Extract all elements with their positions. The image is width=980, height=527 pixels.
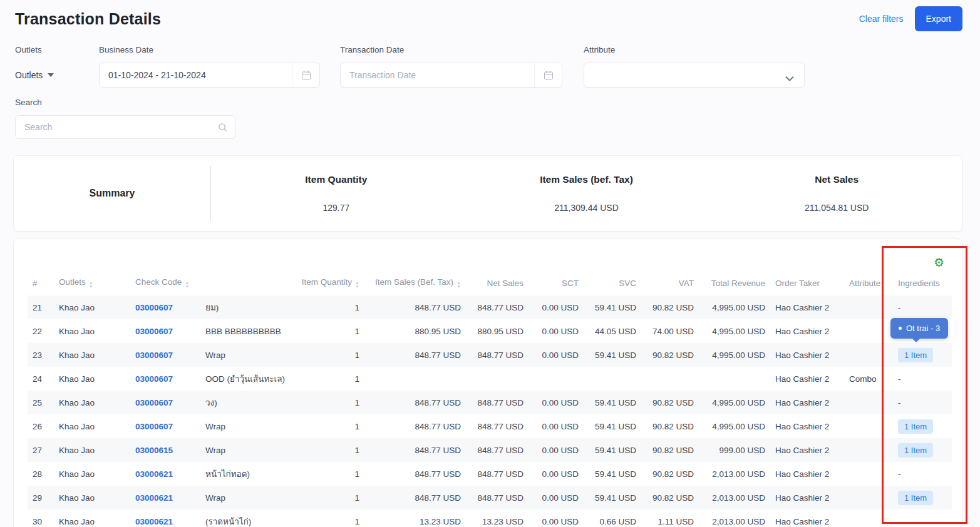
business-date-input[interactable] <box>100 70 292 80</box>
column-header-qty[interactable]: Item Quantity▲▼ <box>294 270 364 295</box>
check-code-link[interactable]: 03000607 <box>135 398 173 407</box>
export-button[interactable]: Export <box>915 6 962 31</box>
sort-arrows-icon[interactable]: ▲▼ <box>456 281 461 289</box>
cell-attribute <box>844 391 893 414</box>
transaction-date-input[interactable] <box>341 70 534 80</box>
gear-icon[interactable]: ⚙ <box>934 257 944 269</box>
business-date-input-box <box>99 63 320 88</box>
tooltip-arrow <box>912 338 921 342</box>
cell-outlet: Khao Jao <box>54 367 130 391</box>
cell-item_sales: 848.77 USD <box>364 414 466 438</box>
check-code-link[interactable]: 03000607 <box>135 350 173 360</box>
cell-sct: 0.00 USD <box>529 391 584 414</box>
cell-svc: 59.41 USD <box>584 343 641 367</box>
metric-label: Net Sales <box>815 174 859 185</box>
cell-svc: 59.41 USD <box>584 438 641 462</box>
sort-arrows-icon[interactable]: ▲▼ <box>89 281 93 289</box>
attribute-select[interactable] <box>584 63 805 88</box>
column-header-item_sales[interactable]: Item Sales (Bef. Tax)▲▼ <box>364 270 466 295</box>
cell-total_revenue: 4,995.00 USD <box>699 343 770 367</box>
cell-vat: 1.11 USD <box>641 509 699 527</box>
cell-item: OOD (ยำวุ้นเส้นทะเล) <box>200 367 294 391</box>
cell-outlet: Khao Jao <box>54 462 130 486</box>
cell-outlet: Khao Jao <box>54 486 130 509</box>
cell-vat: 90.82 USD <box>641 414 699 438</box>
check-code-link[interactable]: 03000621 <box>135 493 173 503</box>
cell-order_taker: Hao Cashier 2 <box>770 343 844 367</box>
transaction-date-label: Transaction Date <box>340 45 562 54</box>
check-code-link[interactable]: 03000621 <box>135 517 173 526</box>
cell-svc: 44.05 USD <box>584 319 641 343</box>
cell-ingredients: 1 Item <box>893 486 952 509</box>
table-row: 27Khao Jao03000615Wrap1848.77 USD848.77 … <box>28 438 952 462</box>
search-input[interactable] <box>16 122 210 132</box>
metric-label: Item Quantity <box>305 174 367 185</box>
cell-item_sales: 848.77 USD <box>364 295 466 319</box>
cell-qty: 1 <box>294 462 364 486</box>
cell-qty: 1 <box>294 438 364 462</box>
ingredients-item-badge[interactable]: 1 Item <box>898 419 933 434</box>
check-code-link[interactable]: 03000621 <box>135 469 173 479</box>
cell-item: BBB BBBBBBBBBB <box>200 319 294 343</box>
cell-check_code: 03000615 <box>130 438 200 462</box>
cell-net_sales: 13.23 USD <box>466 509 529 527</box>
cell-item: วง) <box>200 391 294 414</box>
column-header-label: Order Taker <box>775 279 820 288</box>
search-label: Search <box>15 98 965 107</box>
cell-outlet: Khao Jao <box>54 438 130 462</box>
cell-ingredients: - <box>893 295 952 319</box>
clear-filters-link[interactable]: Clear filters <box>859 14 904 24</box>
cell-svc: 59.41 USD <box>584 462 641 486</box>
calendar-icon[interactable] <box>534 63 562 87</box>
cell-qty: 1 <box>294 367 364 391</box>
ingredients-item-badge[interactable]: 1 Item <box>898 348 933 362</box>
cell-order_taker: Hao Cashier 2 <box>770 438 844 462</box>
metric-label: Item Sales (bef. Tax) <box>540 174 633 185</box>
cell-svc: 59.41 USD <box>584 414 641 438</box>
cell-attribute <box>844 486 893 509</box>
caret-down-icon <box>48 73 54 77</box>
check-code-link[interactable]: 03000607 <box>135 422 173 431</box>
check-code-link[interactable]: 03000607 <box>135 374 173 384</box>
chevron-down-icon <box>785 73 794 84</box>
table-body: 21Khao Jao03000607ยม)1848.77 USD848.77 U… <box>28 295 952 527</box>
cell-outlet: Khao Jao <box>54 509 130 527</box>
cell-item: ยม) <box>200 295 294 319</box>
check-code-link[interactable]: 03000615 <box>135 446 173 455</box>
cell-item_sales: 848.77 USD <box>364 343 466 367</box>
cell-qty: 1 <box>294 319 364 343</box>
metric-net-sales: Net Sales 211,054.81 USD <box>711 174 962 213</box>
table-row: 26Khao Jao03000607Wrap1848.77 USD848.77 … <box>28 414 952 438</box>
column-header-label: SCT <box>562 279 579 288</box>
column-header-label: VAT <box>679 279 694 288</box>
check-code-link[interactable]: 03000607 <box>135 303 173 312</box>
column-header-check_code[interactable]: Check Code▲▼ <box>130 270 200 295</box>
sort-arrows-icon[interactable]: ▲▼ <box>355 281 359 289</box>
cell-sct <box>529 367 584 391</box>
metric-value: 211,309.44 USD <box>554 203 618 213</box>
cell-attribute <box>844 414 893 438</box>
cell-attribute <box>844 438 893 462</box>
cell-total_revenue: 4,995.00 USD <box>699 391 770 414</box>
cell-num: 26 <box>28 414 54 438</box>
cell-net_sales: 848.77 USD <box>466 414 529 438</box>
cell-item_sales: 848.77 USD <box>364 391 466 414</box>
business-date-label: Business Date <box>99 45 320 54</box>
cell-item: หน้าไก่ทอด) <box>200 462 294 486</box>
column-header-item <box>200 270 294 295</box>
column-header-label: Attribute <box>849 279 880 288</box>
column-header-total_revenue: Total Revenue <box>699 270 770 295</box>
cell-attribute <box>844 343 893 367</box>
outlets-dropdown[interactable]: Outlets <box>15 63 99 88</box>
cell-svc: 59.41 USD <box>584 295 641 319</box>
sort-arrows-icon[interactable]: ▲▼ <box>185 281 189 289</box>
calendar-icon[interactable] <box>292 63 319 87</box>
column-header-outlet[interactable]: Outlets▲▼ <box>54 270 130 295</box>
cell-vat: 90.82 USD <box>641 295 699 319</box>
ingredients-item-badge[interactable]: 1 Item <box>898 491 933 505</box>
cell-check_code: 03000607 <box>130 295 200 319</box>
check-code-link[interactable]: 03000607 <box>135 327 173 336</box>
cell-qty: 1 <box>294 391 364 414</box>
ingredients-item-badge[interactable]: 1 Item <box>898 443 933 458</box>
cell-ingredients: - <box>893 367 952 391</box>
